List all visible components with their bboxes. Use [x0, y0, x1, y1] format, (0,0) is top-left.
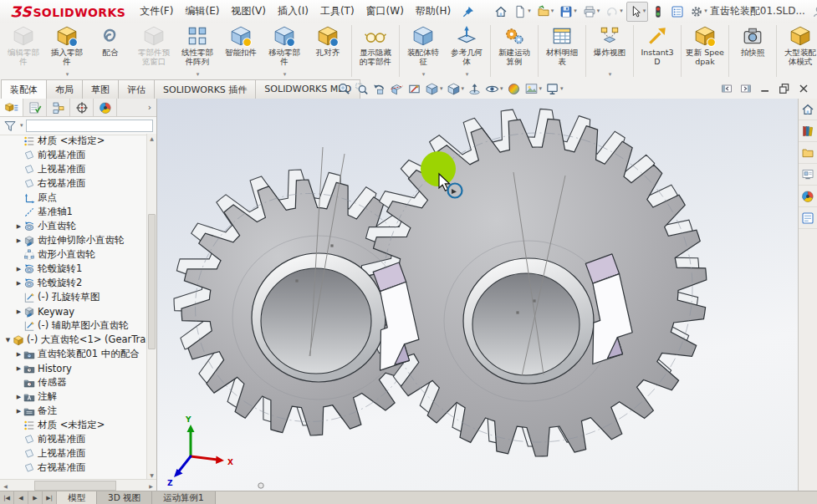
command-tab[interactable]: 装配体	[1, 79, 47, 99]
dropdown-caret-icon[interactable]: ▾	[539, 86, 543, 92]
quick-save-icon[interactable]: ▾	[557, 2, 580, 22]
view-tool-edit-appearance[interactable]	[506, 81, 522, 97]
tab-nav-button[interactable]: ◀	[14, 491, 28, 504]
tree-expand-icon[interactable]: ▶	[14, 280, 23, 287]
tree-item[interactable]: 齿形小直齿轮	[0, 247, 147, 262]
pin-icon[interactable]	[462, 5, 475, 18]
tree-item[interactable]: 材质 <未指定>	[0, 418, 147, 432]
tree-item[interactable]: ▶备注	[0, 404, 147, 418]
menu-item[interactable]: 帮助(H)	[410, 1, 457, 22]
panel-expand-chevron-icon[interactable]: ›	[143, 99, 156, 116]
dropdown-caret-icon[interactable]: ▾	[551, 8, 554, 14]
dropdown-caret-icon[interactable]: ▾	[462, 86, 465, 92]
filter-funnel-icon[interactable]	[3, 120, 17, 133]
panel-tab-configurationmanager[interactable]	[47, 99, 70, 116]
tree-item[interactable]: 基准轴1	[0, 205, 147, 219]
gear-assembly-model[interactable]: YXZ	[157, 99, 799, 491]
ribbon-button-exploded-view[interactable]: 爆炸视图▾	[588, 23, 631, 79]
tree-item[interactable]: ▶直齿轮装配01 中的配合	[0, 347, 147, 361]
view-tool-zoom-to-area[interactable]	[354, 81, 370, 97]
tab-nav-button[interactable]: ▶	[28, 491, 43, 504]
dropdown-caret-icon[interactable]: ▾	[283, 71, 287, 79]
tree-expand-icon[interactable]: ▶	[14, 308, 23, 315]
dropdown-caret-icon[interactable]: ▾	[574, 8, 577, 14]
command-tab[interactable]: SOLIDWORKS 插件	[154, 79, 256, 99]
dropdown-caret-icon[interactable]: ▾	[609, 71, 612, 79]
panel-tab-featuremanager[interactable]	[0, 99, 23, 116]
scroll-up-icon[interactable]: ▲	[147, 134, 156, 143]
dropdown-caret-icon[interactable]: ▾	[440, 86, 443, 92]
appearances-scenes-button[interactable]	[799, 186, 817, 207]
menu-item[interactable]: 窗口(W)	[360, 1, 410, 22]
command-tab[interactable]: 布局	[46, 79, 83, 99]
quick-open-icon[interactable]: ▾	[534, 2, 557, 22]
command-tab[interactable]: 草图	[82, 79, 119, 99]
pane-left-button[interactable]	[718, 81, 735, 96]
command-tab[interactable]: 评估	[118, 79, 155, 99]
tree-item[interactable]: 前视基准面	[0, 148, 147, 162]
tree-item[interactable]: 右视基准面	[0, 461, 147, 475]
dropdown-caret-icon[interactable]: ▾	[197, 71, 200, 79]
study-tab[interactable]: 模型	[57, 491, 97, 504]
horizontal-scroll-thumb[interactable]	[34, 481, 116, 491]
dropdown-caret-icon[interactable]: ▾	[422, 71, 426, 79]
tree-vertical-scrollbar[interactable]: ▲ ▼	[146, 134, 156, 480]
dropdown-caret-icon[interactable]: ▾	[620, 8, 623, 14]
view-tool-display-style[interactable]: ▾	[446, 81, 466, 97]
menu-item[interactable]: 编辑(E)	[179, 1, 225, 22]
ribbon-button-hole-alignment[interactable]: 孔对齐	[306, 23, 350, 79]
ribbon-button-linear-pattern[interactable]: 线性零部件阵列▾	[176, 23, 219, 79]
scroll-left-icon[interactable]: ◀	[0, 483, 11, 489]
ribbon-button-smart-fasteners[interactable]: 智能扣件	[219, 23, 263, 79]
tree-item[interactable]: ▼(-) 大直齿轮<1> (GearTrax<显示	[0, 333, 147, 347]
file-explorer-button[interactable]	[799, 142, 817, 164]
quick-settings-gear-icon[interactable]: ▾	[687, 2, 710, 22]
ribbon-button-assembly-features[interactable]: 装配体特征▾	[401, 23, 445, 79]
win-restore-button[interactable]	[776, 81, 793, 96]
view-tool-zoom-to-fit[interactable]	[336, 81, 352, 97]
quick-options-list-icon[interactable]	[668, 2, 687, 22]
dropdown-caret-icon[interactable]: ▾	[500, 86, 503, 92]
ribbon-button-insert-component[interactable]: 插入零部件▾	[45, 23, 89, 79]
dropdown-caret-icon[interactable]: ▾	[66, 71, 69, 79]
view-tool-view-orientation[interactable]: ▾	[424, 81, 444, 97]
quick-home-icon[interactable]	[492, 2, 510, 22]
study-tab[interactable]: 运动算例1	[152, 491, 216, 504]
quick-new-document-icon[interactable]: ▾	[511, 2, 534, 22]
ribbon-button-bom[interactable]: 材料明细表	[540, 23, 584, 79]
graphics-viewport[interactable]: YXZ	[157, 99, 799, 491]
ribbon-button-take-snapshot[interactable]: 拍快照	[731, 23, 774, 79]
tree-horizontal-scrollbar[interactable]: ◀ ▶	[0, 479, 156, 491]
dropdown-caret-icon[interactable]: ▾	[704, 8, 707, 14]
menu-item[interactable]: 文件(F)	[134, 1, 179, 22]
pane-right-button[interactable]	[738, 81, 754, 96]
tree-item[interactable]: 右视基准面	[0, 176, 147, 191]
pane-splitter-handle[interactable]	[258, 483, 263, 488]
menu-item[interactable]: 视图(V)	[225, 1, 272, 22]
tree-expand-icon[interactable]: ▶	[14, 408, 23, 415]
tree-filter-input[interactable]	[26, 120, 153, 132]
ribbon-button-mate[interactable]: 配合	[89, 23, 132, 79]
tree-item[interactable]: ▶小直齿轮	[0, 219, 147, 233]
user-account-icon[interactable]	[812, 5, 817, 18]
quick-performance-icon[interactable]	[649, 2, 667, 22]
view-palette-button[interactable]	[799, 164, 817, 186]
tree-expand-icon[interactable]: ▼	[3, 337, 13, 344]
tree-item[interactable]: ▶Keyway	[0, 304, 147, 318]
tab-nav-button[interactable]: ▶|	[43, 491, 57, 504]
tree-item[interactable]: (-) 辅助草图小直齿轮	[0, 318, 147, 333]
ribbon-button-reference-geometry[interactable]: 参考几何体▾	[445, 23, 488, 79]
win-min-button[interactable]	[757, 81, 774, 96]
view-tool-apply-scene[interactable]: ▾	[523, 81, 544, 97]
filter-dropdown-icon[interactable]: ▾	[20, 123, 23, 129]
dropdown-caret-icon[interactable]: ▾	[528, 8, 531, 14]
ribbon-button-show-hidden[interactable]: 显示隐藏的零部件	[354, 23, 397, 79]
view-tool-dynamic-annotation[interactable]	[406, 81, 422, 97]
tree-expand-icon[interactable]: ▶	[14, 394, 23, 400]
panel-tab-propertymanager[interactable]	[23, 99, 47, 116]
tree-expand-icon[interactable]: ▶	[14, 266, 23, 272]
tree-item[interactable]: ▶注解	[0, 389, 147, 404]
tree-item[interactable]: (-) 孔旋转草图	[0, 290, 147, 304]
vertical-scroll-thumb[interactable]	[148, 214, 156, 349]
dropdown-caret-icon[interactable]: ▾	[466, 71, 469, 79]
